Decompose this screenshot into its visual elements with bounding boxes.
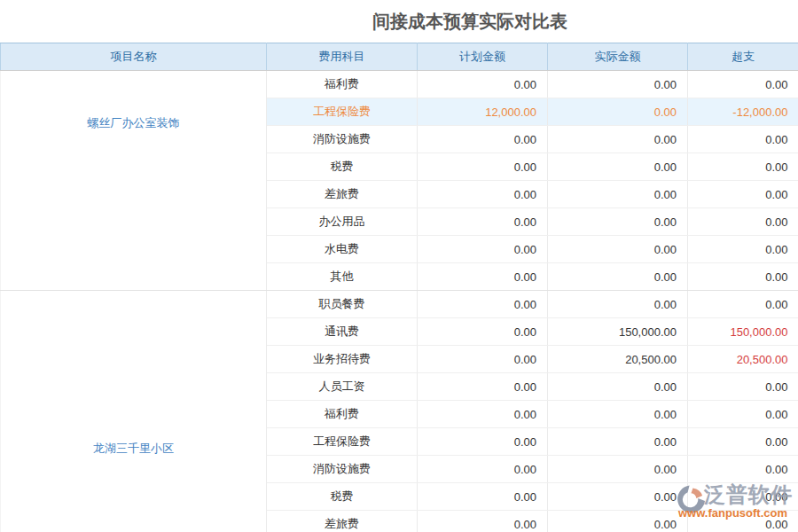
actual-amount-cell: 0.00 [548,71,688,98]
expense-subject-cell: 其他 [267,263,418,291]
planned-amount-cell: 0.00 [418,483,548,511]
column-header-4: 超支 [688,43,798,71]
overrun-amount-cell: 0.00 [688,208,798,236]
expense-subject-cell: 业务招待费 [267,346,418,373]
expense-subject-cell: 差旅费 [267,181,418,208]
overrun-amount-cell: 0.00 [688,456,798,483]
actual-amount-cell: 0.00 [548,428,688,456]
overrun-amount-cell: 0.00 [688,71,798,98]
page-title: 间接成本预算实际对比表 [0,0,798,43]
planned-amount-cell: 0.00 [418,373,548,401]
expense-subject-cell: 税费 [267,153,418,181]
expense-subject-cell: 差旅费 [267,511,418,532]
column-header-3: 实际金额 [548,43,688,71]
planned-amount-cell: 0.00 [418,318,548,346]
project-name-link[interactable]: 螺丝厂办公室装饰 [1,71,267,291]
table-header-row: 项目名称费用科目计划金额实际金额超支 [1,43,798,71]
expense-subject-cell: 办公用品 [267,208,418,236]
actual-amount-cell: 0.00 [548,373,688,401]
planned-amount-cell: 0.00 [418,346,548,373]
actual-amount-cell: 150,000.00 [548,318,688,346]
actual-amount-cell: 0.00 [548,208,688,236]
overrun-amount-cell: 0.00 [688,291,798,318]
overrun-amount-cell: 0.00 [688,511,798,532]
column-header-0: 项目名称 [1,43,267,71]
overrun-amount-cell: -12,000.00 [688,98,798,126]
expense-subject-cell: 通讯费 [267,318,418,346]
budget-comparison-table: 项目名称费用科目计划金额实际金额超支 螺丝厂办公室装饰福利费0.000.000.… [0,43,798,532]
expense-subject-cell: 工程保险费 [267,428,418,456]
overrun-amount-cell: 0.00 [688,263,798,291]
actual-amount-cell: 0.00 [548,263,688,291]
expense-subject-cell: 福利费 [267,401,418,428]
expense-subject-cell: 税费 [267,483,418,511]
overrun-amount-cell: 0.00 [688,373,798,401]
overrun-amount-cell: 0.00 [688,181,798,208]
actual-amount-cell: 0.00 [548,291,688,318]
column-header-1: 费用科目 [267,43,418,71]
actual-amount-cell: 0.00 [548,483,688,511]
overrun-amount-cell: 0.00 [688,428,798,456]
planned-amount-cell: 0.00 [418,511,548,532]
actual-amount-cell: 0.00 [548,126,688,153]
planned-amount-cell: 12,000.00 [418,98,548,126]
overrun-amount-cell: 0.00 [688,483,798,511]
planned-amount-cell: 0.00 [418,428,548,456]
overrun-amount-cell: 0.00 [688,153,798,181]
actual-amount-cell: 0.00 [548,456,688,483]
report-page: 间接成本预算实际对比表 项目名称费用科目计划金额实际金额超支 螺丝厂办公室装饰福… [0,0,798,532]
overrun-amount-cell: 0.00 [688,401,798,428]
actual-amount-cell: 0.00 [548,181,688,208]
expense-subject-cell: 职员餐费 [267,291,418,318]
planned-amount-cell: 0.00 [418,401,548,428]
planned-amount-cell: 0.00 [418,181,548,208]
overrun-amount-cell: 150,000.00 [688,318,798,346]
overrun-amount-cell: 0.00 [688,236,798,263]
planned-amount-cell: 0.00 [418,153,548,181]
overrun-amount-cell: 0.00 [688,126,798,153]
expense-subject-cell: 消防设施费 [267,456,418,483]
expense-subject-cell: 人员工资 [267,373,418,401]
actual-amount-cell: 0.00 [548,236,688,263]
expense-subject-cell: 福利费 [267,71,418,98]
project-name-link[interactable]: 龙湖三千里小区 [1,291,267,532]
column-header-2: 计划金额 [418,43,548,71]
table-row[interactable]: 龙湖三千里小区职员餐费0.000.000.00 [1,291,798,318]
planned-amount-cell: 0.00 [418,71,548,98]
actual-amount-cell: 20,500.00 [548,346,688,373]
expense-subject-cell: 工程保险费 [267,98,418,126]
planned-amount-cell: 0.00 [418,208,548,236]
planned-amount-cell: 0.00 [418,126,548,153]
expense-subject-cell: 消防设施费 [267,126,418,153]
actual-amount-cell: 0.00 [548,511,688,532]
planned-amount-cell: 0.00 [418,456,548,483]
actual-amount-cell: 0.00 [548,153,688,181]
actual-amount-cell: 0.00 [548,98,688,126]
table-row[interactable]: 螺丝厂办公室装饰福利费0.000.000.00 [1,71,798,98]
actual-amount-cell: 0.00 [548,401,688,428]
planned-amount-cell: 0.00 [418,263,548,291]
overrun-amount-cell: 20,500.00 [688,346,798,373]
planned-amount-cell: 0.00 [418,291,548,318]
expense-subject-cell: 水电费 [267,236,418,263]
planned-amount-cell: 0.00 [418,236,548,263]
